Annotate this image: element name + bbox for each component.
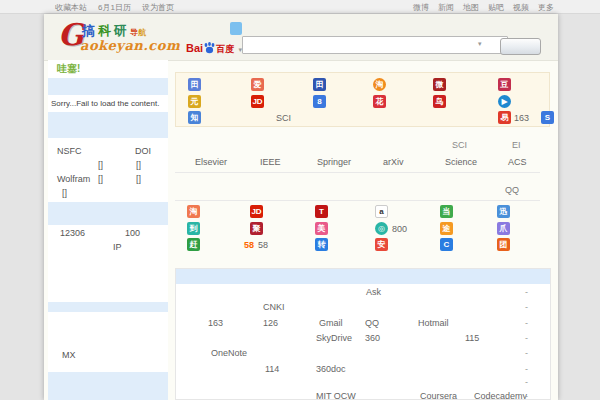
topbar-link[interactable]: 新闻 bbox=[438, 2, 454, 13]
site-icon[interactable]: 聚 bbox=[250, 222, 263, 235]
bottom-row-dash[interactable]: - bbox=[525, 391, 528, 400]
topbar-link[interactable]: 贴吧 bbox=[488, 2, 504, 13]
site-icon[interactable]: 田 bbox=[188, 78, 201, 91]
bottom-row-dash[interactable]: - bbox=[525, 377, 528, 387]
site-logo[interactable]: G 搞科研导航 aokeyan.com bbox=[58, 18, 188, 58]
topbar-link[interactable]: 收藏本站 bbox=[55, 2, 87, 13]
bottom-link[interactable]: 360doc bbox=[316, 364, 346, 374]
site-icon[interactable]: ◎ bbox=[375, 222, 388, 235]
sidebar-link[interactable]: 100 bbox=[125, 228, 140, 238]
topbar-link[interactable]: 地图 bbox=[463, 2, 479, 13]
db-link[interactable]: Springer bbox=[317, 157, 351, 167]
sidebar-link[interactable]: MX bbox=[62, 350, 76, 360]
bottom-link[interactable]: Codecademy bbox=[474, 391, 527, 400]
site-icon[interactable]: T bbox=[315, 205, 328, 218]
search-button[interactable] bbox=[500, 38, 541, 55]
sidebar-link[interactable]: [] bbox=[98, 160, 103, 170]
sidebar-link[interactable]: NSFC bbox=[57, 146, 82, 156]
sidebar-link[interactable]: Wolfram bbox=[57, 174, 90, 184]
bottom-link[interactable]: Coursera bbox=[420, 391, 457, 400]
bottom-link[interactable]: 163 bbox=[208, 318, 223, 328]
sidebar-link[interactable]: [] bbox=[136, 160, 141, 170]
site-icon[interactable]: 到 bbox=[187, 222, 200, 235]
site-icon[interactable]: C bbox=[440, 238, 453, 251]
bottom-link[interactable]: CNKI bbox=[263, 302, 285, 312]
bottom-link[interactable]: QQ bbox=[365, 318, 379, 328]
site-icon[interactable]: JD bbox=[250, 205, 263, 218]
bottom-row-dash[interactable]: - bbox=[525, 364, 528, 374]
baidu-logo-text: Bai bbox=[186, 42, 203, 54]
sidebar-link[interactable]: IP bbox=[113, 242, 122, 252]
topbar-link[interactable]: 更多 bbox=[538, 2, 554, 13]
site-icon[interactable]: S bbox=[541, 111, 554, 124]
bottom-row-dash[interactable]: - bbox=[525, 302, 528, 312]
db-link[interactable]: EI bbox=[512, 140, 521, 150]
bottom-link[interactable]: Hotmail bbox=[418, 318, 449, 328]
sidebar-link[interactable]: [] bbox=[62, 188, 67, 198]
site-icon[interactable]: 当 bbox=[440, 205, 453, 218]
db-link[interactable]: IEEE bbox=[260, 157, 281, 167]
bottom-link[interactable]: SkyDrive bbox=[316, 333, 352, 343]
site-link-58-gray[interactable]: 58 bbox=[258, 240, 268, 250]
bottom-link[interactable]: 126 bbox=[263, 318, 278, 328]
sidebar-link[interactable]: DOI bbox=[135, 146, 151, 156]
site-link[interactable]: 800 bbox=[392, 224, 407, 234]
site-icon[interactable]: 途 bbox=[440, 222, 453, 235]
site-link-sci[interactable]: SCI bbox=[276, 113, 291, 123]
site-icon[interactable]: 迅 bbox=[497, 205, 510, 218]
site-icon[interactable]: 美 bbox=[315, 222, 328, 235]
site-icon[interactable]: 知 bbox=[188, 111, 201, 124]
bottom-link[interactable]: MIT OCW bbox=[316, 391, 356, 400]
sidebar-wow-title: 哇塞! bbox=[48, 60, 168, 78]
site-icon[interactable]: 爪 bbox=[497, 222, 510, 235]
site-icon[interactable]: 8 bbox=[313, 95, 326, 108]
site-icon[interactable]: 豆 bbox=[498, 78, 511, 91]
db-link[interactable]: Science bbox=[445, 157, 477, 167]
site-link-58[interactable]: 58 bbox=[244, 240, 254, 250]
bottom-row-dash[interactable]: - bbox=[525, 333, 528, 343]
site-icon[interactable]: 安 bbox=[375, 238, 388, 251]
site-icon[interactable]: 鸟 bbox=[433, 95, 446, 108]
db-link[interactable]: SCI bbox=[452, 140, 467, 150]
site-icon[interactable]: 淘 bbox=[187, 205, 200, 218]
bottom-link[interactable]: 115 bbox=[465, 333, 479, 343]
site-icon[interactable]: 淘 bbox=[373, 78, 386, 91]
bottom-link[interactable]: 360 bbox=[365, 333, 380, 343]
bottom-link[interactable]: OneNote bbox=[211, 348, 247, 358]
topbar-link[interactable]: 视频 bbox=[513, 2, 529, 13]
sidebar-link[interactable]: [] bbox=[136, 174, 141, 184]
site-icon[interactable]: 花 bbox=[373, 95, 386, 108]
site-icon[interactable]: 转 bbox=[315, 238, 328, 251]
site-icon[interactable]: 爱 bbox=[251, 78, 264, 91]
site-icon[interactable]: ▶ bbox=[498, 95, 511, 108]
sidebar-link[interactable]: 12306 bbox=[60, 228, 85, 238]
site-icon[interactable]: a bbox=[375, 205, 388, 218]
search-history-caret-icon[interactable]: ▾ bbox=[478, 40, 482, 48]
site-icon[interactable]: 易 bbox=[498, 111, 511, 124]
sidebar-link[interactable]: [] bbox=[98, 174, 103, 184]
bottom-row-dash[interactable]: - bbox=[525, 318, 528, 328]
search-tab-indicator[interactable] bbox=[230, 22, 242, 35]
db-link[interactable]: Elsevier bbox=[195, 157, 227, 167]
search-input[interactable] bbox=[242, 36, 508, 54]
topbar-link[interactable]: 微博 bbox=[413, 2, 429, 13]
site-icon[interactable]: 团 bbox=[497, 238, 510, 251]
site-icon[interactable]: 元 bbox=[188, 95, 201, 108]
sidebar: 哇塞! Sorry...Fail to load the content. NS… bbox=[48, 60, 168, 400]
bottom-link[interactable]: 114 bbox=[265, 364, 279, 374]
bottom-link[interactable]: Gmail bbox=[319, 318, 343, 328]
search-engine-selector[interactable]: Bai百度 ▾ bbox=[186, 38, 242, 54]
site-icon[interactable]: JD bbox=[251, 95, 264, 108]
db-link[interactable]: arXiv bbox=[383, 157, 404, 167]
bottom-link[interactable]: Ask bbox=[366, 287, 381, 297]
db-link[interactable]: ACS bbox=[508, 157, 527, 167]
site-icon[interactable]: 田 bbox=[313, 78, 326, 91]
topbar-link[interactable]: 6月1日历 bbox=[98, 2, 131, 13]
site-link[interactable]: 163 bbox=[514, 113, 529, 123]
qq-link[interactable]: QQ bbox=[505, 185, 519, 195]
bottom-row-dash[interactable]: - bbox=[525, 287, 528, 297]
topbar-link[interactable]: 设为首页 bbox=[142, 2, 174, 13]
site-icon[interactable]: 微 bbox=[433, 78, 446, 91]
site-icon[interactable]: 赶 bbox=[187, 238, 200, 251]
bottom-row-dash[interactable]: - bbox=[525, 348, 528, 358]
